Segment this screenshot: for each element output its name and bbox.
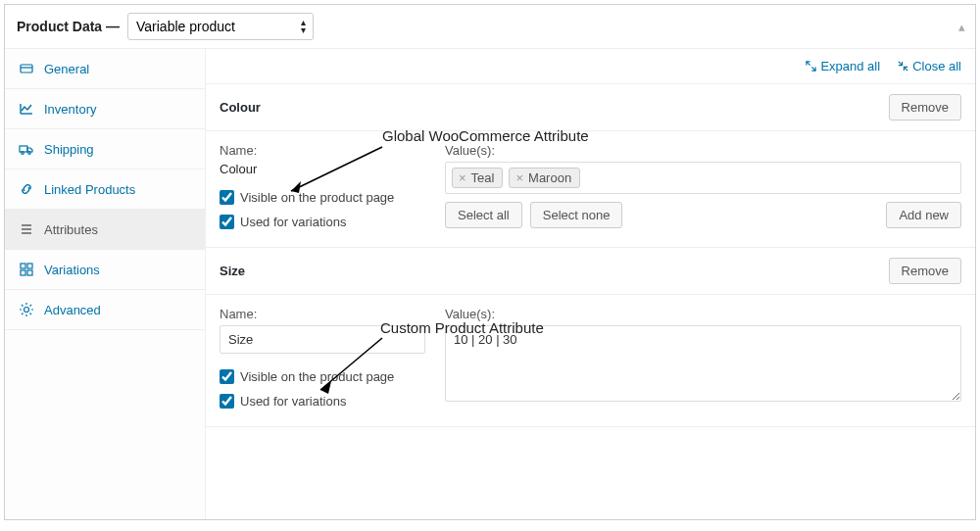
value-tag: × Maroon [509,168,580,188]
sidebar-item-inventory[interactable]: Inventory [5,89,205,129]
svg-point-3 [22,152,24,155]
svg-rect-2 [20,146,27,152]
add-new-button[interactable]: Add new [886,202,961,228]
tag-label: Maroon [528,170,571,185]
visible-checkbox-row[interactable]: Visible on the product page [220,369,425,384]
attribute-name-static: Colour [220,162,425,176]
wrench-icon [19,61,34,76]
expand-icon [806,61,816,72]
sidebar-item-label: Linked Products [44,182,135,197]
grid-icon [19,262,34,277]
svg-rect-0 [21,65,32,72]
values-tag-input[interactable]: × Teal × Maroon [445,162,961,194]
close-all-button[interactable]: Close all [898,59,961,73]
value-tag: × Teal [452,168,503,188]
attribute-block-size: Size Remove Name: Visible on the product… [206,248,975,427]
attribute-header[interactable]: Size Remove [206,248,975,295]
sidebar-item-linked-products[interactable]: Linked Products [5,169,205,210]
sidebar-item-attributes[interactable]: Attributes [5,210,205,250]
svg-rect-9 [27,264,32,268]
select-none-button[interactable]: Select none [530,202,623,228]
product-tabs-sidebar: General Inventory Shipping Linked Produc… [5,49,206,519]
variations-label: Used for variations [240,215,346,229]
remove-tag-icon[interactable]: × [515,170,523,185]
truck-icon [19,141,34,157]
variations-checkbox[interactable] [220,215,234,229]
sidebar-item-label: Shipping [44,142,94,157]
variations-checkbox-row[interactable]: Used for variations [220,215,425,229]
svg-point-4 [28,152,31,155]
sidebar-item-label: Inventory [44,102,96,117]
sidebar-item-variations[interactable]: Variations [5,250,205,290]
svg-point-12 [24,308,29,313]
svg-rect-8 [21,264,25,268]
list-icon [19,221,34,237]
variations-checkbox[interactable] [220,394,234,409]
visible-label: Visible on the product page [240,369,394,384]
attribute-values-textarea[interactable] [445,325,961,402]
svg-rect-10 [21,270,25,275]
visible-checkbox[interactable] [220,190,234,205]
product-type-select[interactable]: Simple productGrouped productExternal/Af… [127,13,314,40]
expand-all-label: Expand all [820,59,880,73]
close-all-label: Close all [912,59,961,73]
visible-checkbox-row[interactable]: Visible on the product page [220,190,425,205]
chart-icon [19,101,34,117]
sidebar-item-label: Attributes [44,222,98,237]
panel-collapse-toggle[interactable]: ▴ [958,20,965,34]
values-label: Value(s): [445,307,961,321]
attribute-block-colour: Colour Remove Name: Colour Visible on th… [206,84,975,248]
attribute-title: Colour [220,100,261,115]
svg-rect-11 [27,270,32,275]
attribute-title: Size [220,264,245,278]
link-icon [19,181,34,197]
sidebar-item-shipping[interactable]: Shipping [5,129,205,169]
attribute-header[interactable]: Colour Remove [206,84,975,131]
visible-checkbox[interactable] [220,369,234,384]
sidebar-item-general[interactable]: General [5,49,205,89]
gear-icon [19,302,34,317]
select-all-button[interactable]: Select all [445,202,522,228]
sidebar-item-advanced[interactable]: Advanced [5,290,205,330]
remove-attribute-button[interactable]: Remove [889,258,961,284]
sidebar-item-label: Advanced [44,303,101,317]
remove-tag-icon[interactable]: × [459,170,466,185]
name-label: Name: [220,307,425,321]
attributes-main: Expand all Close all Colour Remove Name:… [206,49,975,519]
variations-checkbox-row[interactable]: Used for variations [220,394,425,409]
visible-label: Visible on the product page [240,190,394,205]
values-label: Value(s): [445,143,961,158]
sidebar-item-label: Variations [44,263,100,277]
remove-attribute-button[interactable]: Remove [889,94,961,121]
collapse-icon [898,61,908,72]
tag-label: Teal [471,170,495,185]
attribute-name-input[interactable] [220,325,425,354]
variations-label: Used for variations [240,394,346,409]
sidebar-item-label: General [44,62,89,76]
product-data-panel: Product Data — Simple productGrouped pro… [4,4,976,520]
attributes-toolbar: Expand all Close all [206,49,975,84]
panel-header: Product Data — Simple productGrouped pro… [5,5,975,49]
name-label: Name: [220,143,425,158]
panel-title: Product Data — [17,19,120,34]
expand-all-button[interactable]: Expand all [806,59,880,73]
